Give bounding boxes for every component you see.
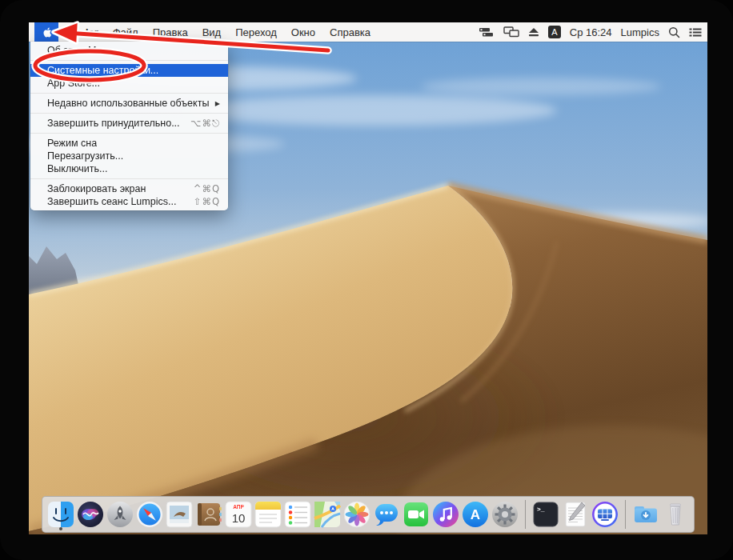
menu-item-about-this-mac[interactable]: Об этом Mac bbox=[30, 44, 228, 57]
svg-text:A: A bbox=[471, 507, 480, 522]
dock-icon-contacts[interactable] bbox=[195, 498, 222, 531]
menu-item-recent-items[interactable]: Недавно использованные объекты▶ bbox=[30, 97, 228, 110]
dock-icon-textedit[interactable] bbox=[562, 498, 589, 531]
dock-icon-facetime[interactable] bbox=[403, 498, 430, 531]
dock-icon-photos[interactable] bbox=[343, 498, 371, 531]
spotlight-search-icon[interactable] bbox=[668, 26, 680, 38]
dock-icon-trash[interactable] bbox=[662, 498, 689, 531]
screenshot-canvas: Finder Файл Правка Вид Переход Окно Спра… bbox=[0, 0, 733, 560]
menu-separator bbox=[30, 133, 228, 134]
menu-bar: Finder Файл Правка Вид Переход Окно Спра… bbox=[29, 22, 707, 42]
dock-icon-launchpad[interactable] bbox=[106, 498, 134, 531]
apple-menu-button[interactable] bbox=[34, 22, 58, 42]
menubar-item-go[interactable]: Переход bbox=[235, 26, 277, 38]
menu-item-app-store[interactable]: App Store... bbox=[30, 77, 228, 90]
dock-icon-maps[interactable] bbox=[314, 498, 341, 531]
dock-icon-finder[interactable] bbox=[47, 498, 74, 531]
dock-icon-system-preferences[interactable] bbox=[491, 498, 519, 531]
apple-logo-icon bbox=[42, 26, 52, 38]
menubar-user[interactable]: Lumpics bbox=[621, 26, 659, 38]
menu-item-sleep[interactable]: Режим сна bbox=[30, 137, 228, 150]
menubar-item-edit[interactable]: Правка bbox=[153, 26, 188, 38]
dock-separator bbox=[625, 500, 626, 529]
dock-icon-terminal[interactable]: >_ bbox=[532, 498, 559, 531]
dock-icon-reminders[interactable] bbox=[284, 498, 311, 531]
menubar-item-help[interactable]: Справка bbox=[330, 26, 371, 38]
dock-icon-app-store[interactable]: A bbox=[462, 498, 489, 531]
dock-separator bbox=[525, 500, 526, 529]
mac-screen: Finder Файл Правка Вид Переход Окно Спра… bbox=[29, 22, 707, 534]
menubar-item-file[interactable]: Файл bbox=[113, 26, 138, 38]
svg-text:>_: >_ bbox=[537, 506, 545, 513]
menu-separator bbox=[30, 178, 228, 179]
menu-separator bbox=[30, 93, 228, 94]
screen-sharing-icon[interactable] bbox=[503, 26, 519, 38]
dock-icon-window-manager-app[interactable] bbox=[591, 498, 619, 531]
dock-icon-itunes[interactable] bbox=[432, 498, 459, 531]
finder-running-indicator bbox=[59, 527, 62, 530]
menu-separator bbox=[30, 113, 228, 114]
dock: АПР 10 bbox=[42, 496, 695, 533]
menu-item-restart[interactable]: Перезагрузить... bbox=[30, 150, 228, 162]
calendar-month-label: АПР bbox=[233, 504, 244, 510]
dock-icon-calendar[interactable]: АПР 10 bbox=[225, 498, 252, 531]
dock-icon-downloads-folder[interactable] bbox=[632, 498, 659, 531]
dock-icon-safari[interactable] bbox=[136, 498, 163, 531]
menu-item-system-preferences[interactable]: Системные настройки... bbox=[30, 64, 228, 77]
dock-icon-notes[interactable] bbox=[254, 498, 282, 531]
input-source-icon[interactable]: А bbox=[548, 26, 561, 38]
dock-icon-siri[interactable] bbox=[77, 498, 104, 531]
apple-menu-dropdown: Об этом Mac Системные настройки... App S… bbox=[30, 42, 228, 210]
menu-separator bbox=[30, 60, 228, 61]
menu-item-force-quit[interactable]: Завершить принудительно...⌥⌘⎋ bbox=[30, 117, 228, 130]
menu-item-lock-screen[interactable]: Заблокировать экран^⌘Q bbox=[30, 182, 228, 195]
eject-icon[interactable] bbox=[528, 27, 539, 38]
menu-item-log-out[interactable]: Завершить сеанс Lumpics...⇧⌘Q bbox=[30, 195, 228, 208]
menubar-clock[interactable]: Ср 16:24 bbox=[570, 26, 612, 38]
dock-icon-mail[interactable] bbox=[166, 498, 193, 531]
desktop: Об этом Mac Системные настройки... App S… bbox=[29, 42, 707, 534]
menubar-item-window[interactable]: Окно bbox=[291, 26, 315, 38]
menubar-item-view[interactable]: Вид bbox=[202, 26, 222, 38]
submenu-arrow-icon: ▶ bbox=[215, 100, 220, 107]
notification-center-icon[interactable] bbox=[689, 27, 702, 38]
dock-icon-messages[interactable] bbox=[373, 498, 400, 531]
calendar-day-label: 10 bbox=[232, 511, 246, 525]
menubar-app-name[interactable]: Finder bbox=[66, 26, 98, 38]
menu-item-shut-down[interactable]: Выключить... bbox=[30, 162, 228, 175]
screens-stack-icon[interactable] bbox=[479, 26, 495, 38]
